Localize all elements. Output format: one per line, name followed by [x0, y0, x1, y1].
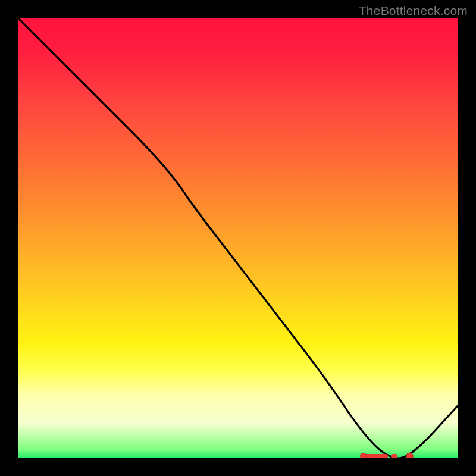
- chart-plot-area: [18, 18, 458, 458]
- bottleneck-curve-line: [18, 18, 458, 458]
- chart-svg: [18, 18, 458, 458]
- svg-point-1: [361, 453, 367, 459]
- attribution-text: TheBottleneck.com: [359, 4, 468, 18]
- svg-point-2: [406, 453, 413, 458]
